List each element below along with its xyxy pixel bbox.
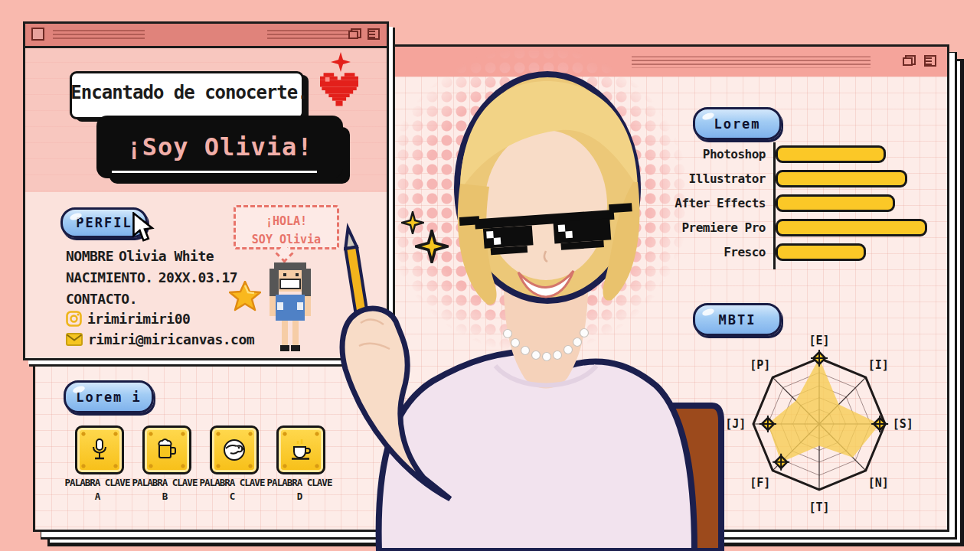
keyword-label-b: PALABRA CLAVE B [129, 476, 200, 503]
beer-icon [154, 437, 180, 463]
email-icon [66, 333, 83, 346]
greeting-text: Encantado de conocerte. [36, 82, 342, 103]
radar-category-label: [E] [808, 334, 829, 347]
radar-category-label: [I] [868, 358, 889, 372]
profile-instagram-row[interactable]: irimirimiri00 [66, 310, 190, 327]
window-box-icon[interactable] [31, 28, 44, 41]
radar-category-label: [N] [868, 476, 889, 490]
radar-category-label: [T] [808, 500, 829, 514]
slide-canvas: Lorem PhotoshopIllustratorAfter EffectsP… [0, 0, 980, 551]
dog-icon [221, 437, 247, 463]
menu-icon[interactable] [368, 28, 380, 40]
keyword-label-c: PALABRA CLAVE C [197, 476, 267, 503]
profile-contact-row: CONTACTO. [66, 290, 137, 307]
restore-icon[interactable] [348, 28, 361, 40]
titlebar-grip-lines [53, 29, 145, 41]
profile-button-label: PERFIL [76, 215, 132, 230]
skill-bar [776, 194, 895, 212]
radar-data-polygon [768, 358, 880, 462]
instagram-icon [66, 311, 82, 327]
keyword-label-a: PALABRA CLAVE A [62, 476, 132, 503]
radar-category-label: [S] [893, 417, 913, 431]
profile-window-titlebar[interactable] [25, 24, 387, 48]
restore-icon[interactable] [903, 55, 915, 67]
menu-icon[interactable] [924, 55, 936, 67]
radar-category-label: [P] [750, 358, 770, 372]
keyword-tile-a [75, 425, 124, 474]
skill-bar [776, 170, 907, 187]
cursor-icon [129, 212, 160, 244]
titlebar-grip-lines [267, 29, 353, 41]
skill-bar [776, 145, 886, 163]
keyword-tile-b [142, 425, 191, 474]
keywords-button-label: Lorem i [76, 390, 142, 405]
profile-name-row: NOMBRE Olivia White [66, 247, 214, 264]
presenter-photo-cutout [302, 61, 750, 551]
radar-marker-cross [811, 350, 828, 367]
pixel-star-icon [229, 281, 261, 311]
microphone-icon [87, 437, 113, 463]
profile-birth-row: NACIMIENTO. 20XX.03.17 [66, 269, 237, 285]
skill-bar [776, 219, 927, 236]
keywords-section-button[interactable]: Lorem i [64, 380, 154, 413]
keyword-tile-c [210, 425, 259, 474]
profile-email-row[interactable]: rimiri@miricanvas.com [66, 331, 254, 347]
name-banner-text: ¡Soy Olivia! [126, 132, 312, 161]
radar-category-label: [F] [750, 476, 770, 490]
skill-bar [776, 243, 866, 261]
